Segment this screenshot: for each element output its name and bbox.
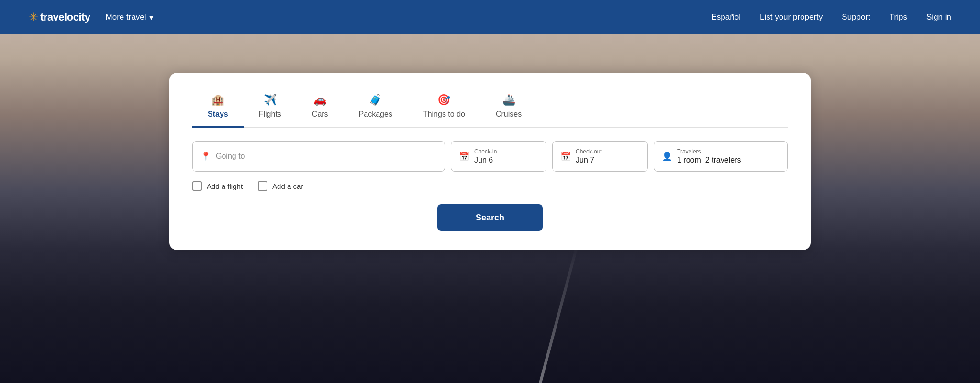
tab-flights[interactable]: ✈️ Flights bbox=[244, 88, 297, 128]
brand-name: travelocity bbox=[40, 11, 90, 23]
travelers-value: 1 room, 2 travelers bbox=[677, 156, 741, 164]
add-flight-label: Add a flight bbox=[207, 182, 243, 190]
flights-icon: ✈️ bbox=[264, 94, 277, 106]
navbar: ✳ travelocity More travel ▾ Español List… bbox=[0, 0, 980, 34]
nav-left: ✳ travelocity More travel ▾ bbox=[29, 11, 712, 24]
tab-cruises[interactable]: 🚢 Cruises bbox=[480, 88, 537, 128]
tab-packages[interactable]: 🧳 Packages bbox=[344, 88, 408, 128]
add-flight-checkbox[interactable] bbox=[192, 181, 202, 191]
tab-things-to-do[interactable]: 🎯 Things to do bbox=[408, 88, 480, 128]
tab-cars[interactable]: 🚗 Cars bbox=[297, 88, 344, 128]
add-flight-checkbox-label[interactable]: Add a flight bbox=[192, 181, 243, 191]
destination-input-group[interactable]: 📍 bbox=[192, 141, 445, 172]
main-content: 🏨 Stays ✈️ Flights 🚗 Cars 🧳 Packages 🎯 T… bbox=[0, 34, 980, 250]
tab-stays-label: Stays bbox=[208, 110, 228, 119]
more-travel-label: More travel bbox=[106, 12, 146, 22]
destination-input[interactable] bbox=[216, 152, 437, 161]
checkout-label: Check-out bbox=[576, 148, 602, 155]
checkin-label: Check-in bbox=[474, 148, 497, 155]
packages-icon: 🧳 bbox=[369, 94, 382, 106]
add-car-label: Add a car bbox=[272, 182, 303, 190]
trips-link[interactable]: Trips bbox=[890, 12, 907, 22]
nav-right: Español List your property Support Trips… bbox=[712, 12, 951, 22]
checkout-content: Check-out Jun 7 bbox=[576, 148, 602, 164]
travelers-label: Travelers bbox=[677, 148, 741, 155]
search-card: 🏨 Stays ✈️ Flights 🚗 Cars 🧳 Packages 🎯 T… bbox=[169, 73, 811, 250]
add-car-checkbox[interactable] bbox=[258, 181, 267, 191]
cruises-icon: 🚢 bbox=[502, 94, 515, 106]
travelers-content: Travelers 1 room, 2 travelers bbox=[677, 148, 741, 164]
person-icon: 👤 bbox=[662, 151, 672, 162]
logo-gnome-icon: ✳ bbox=[29, 11, 38, 24]
search-button[interactable]: Search bbox=[437, 204, 543, 231]
things-to-do-icon: 🎯 bbox=[437, 94, 450, 106]
checkin-content: Check-in Jun 6 bbox=[474, 148, 497, 164]
tab-stays[interactable]: 🏨 Stays bbox=[192, 88, 244, 128]
checkin-value: Jun 6 bbox=[474, 156, 497, 164]
stays-icon: 🏨 bbox=[212, 94, 224, 106]
search-row: 📍 📅 Check-in Jun 6 📅 Check-out Jun 7 bbox=[192, 141, 788, 172]
more-travel-button[interactable]: More travel ▾ bbox=[106, 12, 154, 22]
checkin-input-group[interactable]: 📅 Check-in Jun 6 bbox=[451, 141, 546, 172]
support-link[interactable]: Support bbox=[842, 12, 870, 22]
chevron-down-icon: ▾ bbox=[149, 12, 154, 22]
tab-things-to-do-label: Things to do bbox=[423, 110, 465, 119]
sign-in-link[interactable]: Sign in bbox=[926, 12, 951, 22]
cars-icon: 🚗 bbox=[313, 94, 326, 106]
add-car-checkbox-label[interactable]: Add a car bbox=[258, 181, 303, 191]
tab-packages-label: Packages bbox=[359, 110, 392, 119]
list-property-link[interactable]: List your property bbox=[760, 12, 823, 22]
tab-flights-label: Flights bbox=[259, 110, 281, 119]
tab-bar: 🏨 Stays ✈️ Flights 🚗 Cars 🧳 Packages 🎯 T… bbox=[192, 88, 788, 128]
checkout-value: Jun 7 bbox=[576, 156, 602, 164]
calendar-checkin-icon: 📅 bbox=[459, 151, 469, 162]
search-btn-row: Search bbox=[192, 204, 788, 231]
checkout-input-group[interactable]: 📅 Check-out Jun 7 bbox=[552, 141, 648, 172]
calendar-checkout-icon: 📅 bbox=[560, 151, 571, 162]
espanol-link[interactable]: Español bbox=[712, 12, 741, 22]
extras-row: Add a flight Add a car bbox=[192, 181, 788, 191]
tab-cars-label: Cars bbox=[312, 110, 328, 119]
tab-cruises-label: Cruises bbox=[496, 110, 522, 119]
location-pin-icon: 📍 bbox=[200, 151, 211, 162]
logo: ✳ travelocity bbox=[29, 11, 90, 24]
travelers-input-group[interactable]: 👤 Travelers 1 room, 2 travelers bbox=[654, 141, 788, 172]
